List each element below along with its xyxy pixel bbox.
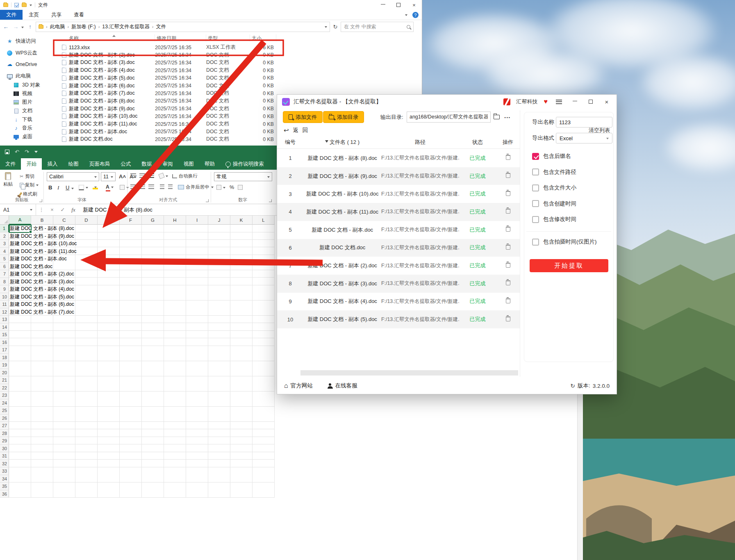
excel-row-header[interactable]: 13 bbox=[0, 316, 9, 323]
cancel-entry-icon[interactable]: × bbox=[47, 207, 57, 213]
forward-icon[interactable]: → bbox=[11, 23, 20, 30]
save-icon[interactable] bbox=[5, 150, 9, 154]
close-button[interactable]: × bbox=[406, 0, 422, 10]
excel-row-header[interactable]: 14 bbox=[0, 323, 9, 331]
excel-row-header[interactable]: 2 bbox=[0, 232, 9, 240]
export-option[interactable]: 包含修改时间 bbox=[532, 216, 576, 223]
search-input[interactable] bbox=[344, 24, 405, 30]
number-format-select[interactable]: 常规 bbox=[214, 172, 272, 181]
excel-cell-value[interactable]: 新建 DOC 文档 - 副本 (3).doc bbox=[10, 278, 74, 286]
breadcrumb-dropdown-icon[interactable] bbox=[325, 26, 327, 29]
export-format-select[interactable]: Excel bbox=[556, 133, 612, 143]
refresh-icon[interactable]: ↻ bbox=[331, 24, 339, 30]
excel-cell-value[interactable]: 新建 DOC 文档 - 副本.doc bbox=[10, 255, 67, 263]
excel-cell-value[interactable]: 新建 DOC 文档 - 副本 (4).doc bbox=[10, 285, 74, 293]
copy-button[interactable]: 复制 bbox=[20, 182, 39, 188]
excel-column-header[interactable]: E bbox=[98, 216, 120, 225]
file-row[interactable]: 新建 DOC 文档 - 副本 (11).doc2025/7/25 16:34DO… bbox=[57, 120, 276, 128]
back-button[interactable]: ↩ 返 回 bbox=[284, 127, 309, 134]
excel-row-header[interactable]: 18 bbox=[0, 354, 9, 362]
excel-row-header[interactable]: 4 bbox=[0, 248, 9, 255]
sidebar-item[interactable]: ★快速访问 bbox=[7, 38, 36, 45]
align-bottom-icon[interactable] bbox=[148, 173, 154, 178]
excel-column-header[interactable]: I bbox=[186, 216, 208, 225]
excel-tab[interactable]: 绘图 bbox=[63, 158, 84, 170]
breadcrumb[interactable]: ›此电脑›新加卷 (F:)›13.汇帮文件名提取器›文件 bbox=[36, 22, 330, 32]
excel-row-header[interactable]: 10 bbox=[0, 293, 9, 301]
percent-style-button[interactable]: % bbox=[230, 184, 234, 190]
align-top-icon[interactable] bbox=[130, 173, 136, 178]
quick-access-customize-icon[interactable] bbox=[34, 151, 38, 155]
delete-icon[interactable] bbox=[506, 245, 510, 250]
output-dir-input[interactable] bbox=[407, 112, 491, 123]
excel-column-header[interactable]: K bbox=[230, 216, 253, 225]
excel-column-header[interactable]: A bbox=[9, 216, 31, 225]
app-table-row[interactable]: 7新建 DOC 文档 - 副本 (2).docF:/13.汇帮文件名提取器/文件… bbox=[277, 257, 520, 275]
delete-icon[interactable] bbox=[506, 316, 510, 321]
export-option[interactable]: 包含后缀名 bbox=[532, 153, 571, 160]
excel-row-header[interactable]: 23 bbox=[0, 392, 9, 399]
checkbox-icon[interactable] bbox=[532, 216, 539, 223]
delete-icon[interactable] bbox=[506, 209, 510, 214]
heart-badge-icon[interactable]: ♥ bbox=[544, 98, 548, 105]
sidebar-item[interactable]: 3D 对象 bbox=[13, 82, 40, 89]
align-center-icon[interactable] bbox=[139, 184, 145, 189]
checkbox-icon[interactable] bbox=[532, 168, 539, 175]
file-row[interactable]: 新建 DOC 文档 - 副本 (3).doc2025/7/25 16:34DOC… bbox=[57, 59, 276, 66]
excel-row-header[interactable]: 3 bbox=[0, 240, 9, 248]
excel-row-header[interactable]: 9 bbox=[0, 285, 9, 293]
refresh-icon[interactable]: ↻ bbox=[570, 382, 575, 389]
export-name-input[interactable] bbox=[556, 117, 612, 127]
delete-icon[interactable] bbox=[506, 280, 510, 285]
alignment-dialog-launcher[interactable] bbox=[206, 199, 209, 202]
undo-icon[interactable]: ↶ bbox=[15, 149, 19, 155]
maximize-button[interactable] bbox=[391, 0, 406, 10]
delete-icon[interactable] bbox=[506, 155, 510, 160]
file-row[interactable]: 新建 DOC 文档 - 副本 (10).doc2025/7/25 16:34DO… bbox=[57, 112, 276, 120]
font-size-select[interactable]: 11 bbox=[101, 172, 116, 181]
excel-column-header[interactable]: G bbox=[142, 216, 164, 225]
underline-options-icon[interactable] bbox=[71, 186, 74, 191]
app-table-row[interactable]: 2新建 DOC 文档 - 副本 (9).docF:/13.汇帮文件名提取器/文件… bbox=[277, 167, 520, 185]
back-icon[interactable]: ← bbox=[2, 23, 10, 30]
recent-locations-icon[interactable] bbox=[21, 27, 24, 30]
insert-function-icon[interactable]: fx bbox=[68, 207, 79, 213]
more-dots-icon[interactable]: ⋮ bbox=[36, 207, 47, 213]
excel-tab[interactable]: 开始 bbox=[21, 158, 42, 170]
excel-row-header[interactable]: 11 bbox=[0, 300, 9, 308]
excel-row-header[interactable]: 32 bbox=[0, 460, 9, 468]
sidebar-item[interactable]: WPS云盘 bbox=[7, 50, 37, 57]
excel-row-header[interactable]: 24 bbox=[0, 399, 9, 407]
app-column-header[interactable]: 编号 bbox=[277, 139, 303, 146]
font-color-button[interactable]: A bbox=[106, 184, 114, 190]
excel-row-header[interactable]: 17 bbox=[0, 346, 9, 354]
explorer-menu-tab[interactable]: 主页 bbox=[23, 10, 45, 20]
sidebar-item[interactable]: ☁OneDrive bbox=[7, 61, 37, 67]
file-row[interactable]: 新建 DOC 文档.doc2025/7/25 16:34DOC 文档0 KB bbox=[57, 135, 276, 143]
excel-tab[interactable]: 审阅 bbox=[157, 158, 178, 170]
excel-column-header[interactable]: H bbox=[164, 216, 186, 225]
excel-row-header[interactable]: 27 bbox=[0, 422, 9, 430]
excel-row-header[interactable]: 12 bbox=[0, 308, 9, 316]
excel-row-header[interactable]: 33 bbox=[0, 467, 9, 475]
file-row[interactable]: 新建 DOC 文档 - 副本 (4).doc2025/7/25 16:34DOC… bbox=[57, 66, 276, 74]
excel-tab[interactable]: 视图 bbox=[178, 158, 199, 170]
delete-icon[interactable] bbox=[506, 298, 510, 303]
export-option[interactable]: 包含文件大小 bbox=[532, 184, 576, 191]
sidebar-item[interactable]: ↓下载 bbox=[13, 116, 32, 123]
sidebar-item[interactable]: 此电脑 bbox=[7, 73, 31, 80]
delete-icon[interactable] bbox=[506, 227, 510, 232]
excel-cell-value[interactable]: 新建 DOC 文档 - 副本 (7).doc bbox=[10, 308, 74, 316]
clipboard-dialog-launcher[interactable] bbox=[39, 199, 42, 202]
confirm-entry-icon[interactable]: ✓ bbox=[57, 207, 68, 213]
app-column-header[interactable]: 文件名 ( 12 ) bbox=[303, 139, 381, 146]
excel-tab[interactable]: 公式 bbox=[115, 158, 136, 170]
app-table-row[interactable]: 1新建 DOC 文档 - 副本 (8).docF:/13.汇帮文件名提取器/文件… bbox=[277, 149, 520, 167]
font-family-select[interactable]: Calibri bbox=[47, 172, 99, 181]
explorer-menu-tab[interactable]: 查看 bbox=[68, 10, 90, 20]
file-row[interactable]: 新建 DOC 文档 - 副本 (9).doc2025/7/25 16:34DOC… bbox=[57, 105, 276, 113]
font-dialog-launcher[interactable] bbox=[122, 199, 125, 202]
align-middle-icon[interactable] bbox=[139, 173, 145, 178]
quick-access-check-icon[interactable] bbox=[14, 3, 19, 7]
excel-column-header[interactable]: J bbox=[208, 216, 230, 225]
